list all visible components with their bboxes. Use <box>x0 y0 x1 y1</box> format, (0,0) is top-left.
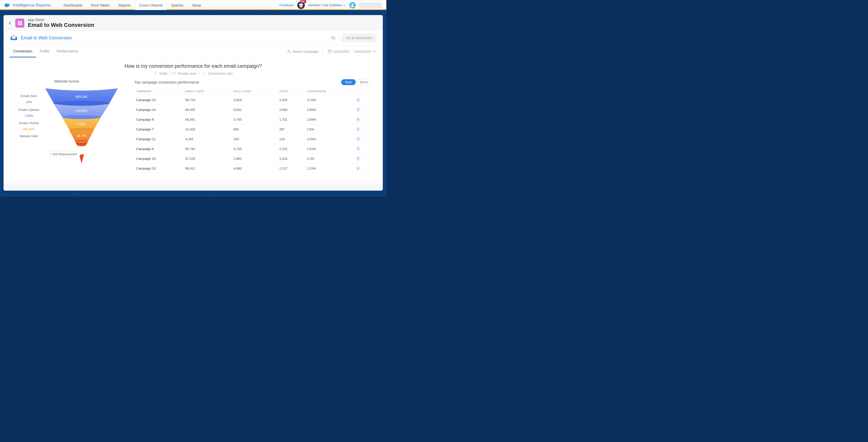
navtab-queries[interactable]: Queries <box>167 0 188 10</box>
row-expand-button[interactable] <box>356 97 361 102</box>
chevron-right-icon <box>357 118 360 121</box>
arrow-down-icon: ↓ <box>14 117 44 121</box>
add-measurement-button[interactable]: + Add Measurement <box>46 152 80 157</box>
funnel-title: Website funnel <box>14 79 119 83</box>
go-to-dashboard-button[interactable]: Go to dashboard <box>342 34 377 42</box>
user-avatar[interactable] <box>349 2 356 8</box>
cell-c: Campaign 15 <box>134 154 183 163</box>
cell-es: 57,220 <box>183 154 231 163</box>
funnel-value-0: 859.16K <box>75 95 88 99</box>
eye-icon <box>154 72 157 75</box>
th-campaign[interactable]: CAMPAIGN <box>134 88 183 95</box>
cell-pv: 5,632 <box>231 105 277 115</box>
cell-pv: 2,893 <box>231 154 277 163</box>
th-conversion[interactable]: CONVERSION <box>305 88 353 95</box>
search-campaign[interactable]: Search Campaign <box>287 50 318 54</box>
cell-c: Campaign 10 <box>134 95 183 105</box>
table-row: Campaign 1557,2202,8931,3152.3% <box>134 154 373 163</box>
navtab-dashboards[interactable]: Dashboards <box>59 0 87 10</box>
mail-icon <box>173 72 176 75</box>
gear-icon[interactable] <box>331 35 336 40</box>
chevron-right-icon <box>357 148 360 150</box>
row-expand-button[interactable] <box>356 156 361 161</box>
cell-pv: 4,680 <box>231 163 277 173</box>
chevron-down-icon <box>343 4 346 6</box>
tab-performance[interactable]: Performance <box>53 45 82 58</box>
row-expand-button[interactable] <box>356 117 361 122</box>
formula-c: Conversion rate <box>208 71 232 75</box>
best-worst-toggle: Best Worst <box>341 79 373 85</box>
th-page-views[interactable]: PAGE VIEWS <box>231 88 277 95</box>
svg-point-24 <box>75 140 88 142</box>
row-expand-button[interactable] <box>356 166 361 171</box>
feedback-link[interactable]: Feedback <box>279 3 294 7</box>
chevron-right-icon <box>357 128 360 130</box>
cell-pv: 653 <box>231 124 277 134</box>
table-column: Top campaign conversion performance Best… <box>134 79 373 173</box>
navtab-setup[interactable]: Setup <box>188 0 206 10</box>
row-expand-button[interactable] <box>356 146 361 151</box>
funnel-column: Website funnel <box>14 79 119 173</box>
report-icon <box>17 20 23 26</box>
cell-es: 11,420 <box>183 124 231 134</box>
th-visits[interactable]: VISITS <box>277 88 305 95</box>
cell-v: 2,127 <box>277 163 305 173</box>
refresh-icon <box>202 72 206 75</box>
table-title: Top campaign conversion performance <box>134 80 199 84</box>
funnel-chart: 859.16K 154.65K 4.02K 18.77K Emails Sent… <box>14 87 119 169</box>
astro-icon <box>299 3 304 8</box>
toggle-worst[interactable]: Worst <box>356 79 372 85</box>
brand-title: Intelligence Reports <box>13 3 51 8</box>
table-row: Campaign 1488,4555,6322,5602.89% <box>134 105 373 115</box>
content: How is my conversion performance for eac… <box>4 58 382 183</box>
arrow-down-icon: ↓ <box>14 130 44 134</box>
cell-cv: 2.6% <box>305 124 353 134</box>
tab-traffic[interactable]: Traffic <box>36 45 53 58</box>
search-placeholder[interactable] <box>359 2 382 8</box>
org-switcher[interactable]: Northern Trail Outfitters <box>308 3 346 7</box>
org-name: Northern Trail Outfitters <box>308 3 342 7</box>
mascot-avatar[interactable]: 99+ <box>297 1 305 9</box>
cell-es: 56,714 <box>183 95 231 105</box>
svg-point-1 <box>299 3 303 5</box>
table-row: Campaign 685,7824,7352,1522.51% <box>134 144 373 154</box>
svg-rect-7 <box>19 23 21 23</box>
svg-point-4 <box>352 4 353 5</box>
app-background: App Demo Email to Web Conversion Email t… <box>0 10 386 197</box>
th-emails-sent[interactable]: EMAILS SENT <box>183 88 231 95</box>
search-label: Search Campaign <box>292 50 318 54</box>
page-header-title: Email to Web Conversion <box>21 35 72 41</box>
date-range-picker[interactable]: 10/01/2022 - 01/02/2023 <box>328 50 377 54</box>
row-expand-button[interactable] <box>356 127 361 132</box>
chevron-right-icon <box>357 108 360 111</box>
toggle-best[interactable]: Best <box>341 79 356 85</box>
funnel-stage-label: Emails Opened2.60%↓ <box>14 108 44 121</box>
cell-v: 1,835 <box>277 95 305 105</box>
navtab-reports[interactable]: Reports <box>114 0 135 10</box>
cell-v: 110 <box>277 134 305 144</box>
chevron-down-icon <box>373 50 377 53</box>
navtab-pivot-tables[interactable]: Pivot Tables <box>87 0 114 10</box>
row-expand-button[interactable] <box>356 107 361 112</box>
email-chart-icon <box>10 35 18 41</box>
cell-v: 297 <box>277 124 305 134</box>
cell-c: Campaign 11 <box>134 134 183 144</box>
svg-point-13 <box>288 50 290 52</box>
divider <box>323 49 323 55</box>
chevron-right-icon <box>357 157 360 160</box>
divider <box>339 35 339 41</box>
funnel-stage-label: Emails Sent18%↓ <box>14 94 44 107</box>
navtab-cross-channel[interactable]: Cross-Channel <box>135 0 167 10</box>
app-icon <box>15 19 24 28</box>
back-chevron-icon[interactable] <box>8 21 12 25</box>
formula: Visits / Emails sent = Conversion rate <box>14 71 373 75</box>
columns: Website funnel <box>14 79 373 173</box>
row-expand-button[interactable] <box>356 136 361 141</box>
cell-pv: 4,735 <box>231 144 277 154</box>
funnel-stage-name: Emails Opened <box>14 108 44 112</box>
add-measurement-label: Add Measurement <box>53 153 77 156</box>
tab-conversion[interactable]: Conversion <box>10 45 36 58</box>
cell-pv: 243 <box>231 134 277 144</box>
table-row: Campaign 1056,7143,8161,8353.24% <box>134 95 373 105</box>
date-from: 10/01/2022 <box>333 50 350 54</box>
